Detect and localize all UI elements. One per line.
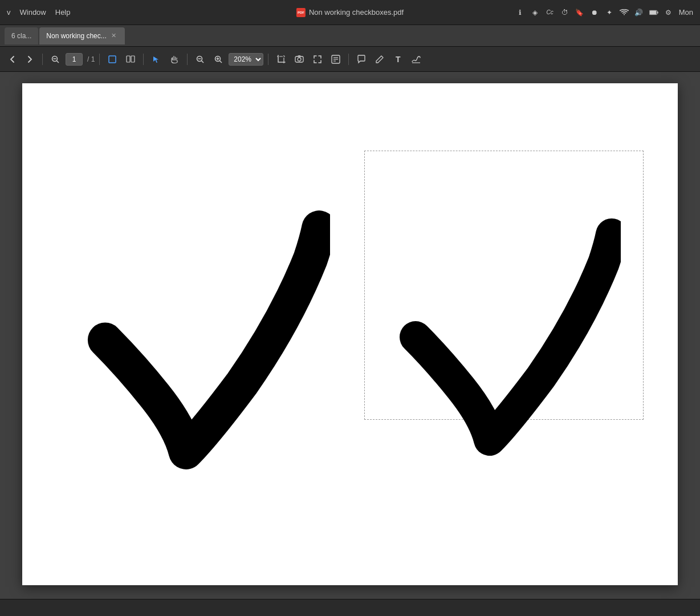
toolbar-sep-2 [99,54,100,65]
menubar-right: ℹ ◈ Cc ⏱ 🔖 ⏺ ✦ 🔊 ⚙ Mon [516,8,693,17]
svg-line-13 [220,60,222,63]
comment-button[interactable] [353,51,369,67]
svg-point-17 [298,58,301,61]
zoom-out-button[interactable] [47,51,63,67]
dropbox-icon: ◈ [531,8,540,17]
statusbar [0,599,700,616]
svg-rect-1 [657,11,658,14]
tab-2[interactable]: Non working chec... ✕ [39,27,124,44]
pdf-file-icon: PDF [296,8,306,17]
menu-item-help[interactable]: Help [55,8,71,17]
svg-line-10 [202,60,204,63]
svg-rect-7 [127,56,130,62]
toolbar-sep-1 [42,54,43,65]
form-button[interactable] [328,51,344,67]
svg-rect-8 [131,56,135,62]
tabsbar: 6 cla... Non working chec... ✕ [0,25,700,47]
info-icon: ℹ [516,8,525,17]
two-page-button[interactable] [123,51,139,67]
toolbar: / 1 202% 50% 75% 100% 125% 150% 200% [0,47,700,72]
snapshot-button[interactable] [291,51,307,67]
menu-item-v[interactable]: v [7,8,11,17]
screen-record-icon: ⏺ [590,8,599,17]
pdf-page [22,83,678,585]
toolbar-sep-4 [187,54,188,65]
tab-2-label: Non working chec... [46,32,106,40]
svg-rect-6 [109,56,116,63]
battery-icon [649,8,658,17]
zoom-plus-button[interactable] [210,51,226,67]
hand-tool-button[interactable] [166,51,182,67]
prev-page-button[interactable] [5,51,21,67]
menu-item-window[interactable]: Window [20,8,46,17]
menubar: v Window Help PDF Non working checkboxes… [0,0,700,25]
menubar-left: v Window Help [7,8,71,17]
svg-line-4 [56,60,59,63]
window-title: Non working checkboxes.pdf [309,8,404,17]
tab-1-label: 6 cla... [11,32,31,40]
page-total-label: / 1 [87,55,95,63]
bluetooth-icon: ✦ [605,8,614,17]
toolbar-sep-6 [348,54,349,65]
svg-rect-2 [649,11,656,14]
text-button[interactable]: T [390,51,406,67]
toolbar-sep-5 [268,54,268,65]
time-display: Mon [679,8,693,17]
creative-cloud-icon: Cc [546,8,555,17]
fullscreen-button[interactable] [310,51,325,67]
toolbar-sep-3 [143,54,144,65]
zoom-minus-button[interactable] [192,51,208,67]
pen-button[interactable] [372,51,388,67]
signature-button[interactable] [408,51,424,67]
zoom-select[interactable]: 202% 50% 75% 100% 125% 150% 200% 300% [229,53,263,66]
tab-1[interactable]: 6 cla... [5,27,38,44]
pdf-viewer-area[interactable] [0,72,700,599]
settings-icon: ⚙ [664,8,673,17]
wifi-icon [620,8,629,17]
tab-2-close-button[interactable]: ✕ [110,32,118,40]
checkmark-right [373,166,641,508]
toolbar-nav-group [5,51,38,67]
fit-page-button[interactable] [104,51,120,67]
next-page-button[interactable] [22,51,38,67]
menubar-center: PDF Non working checkboxes.pdf [296,8,404,17]
checkmark-left [68,163,341,517]
volume-icon: 🔊 [634,8,644,17]
cursor-tool-button[interactable] [148,51,164,67]
clock-icon: ⏱ [560,8,569,17]
bookmark-icon: 🔖 [575,8,584,17]
page-number-input[interactable] [66,53,83,66]
crop-button[interactable] [273,51,289,67]
